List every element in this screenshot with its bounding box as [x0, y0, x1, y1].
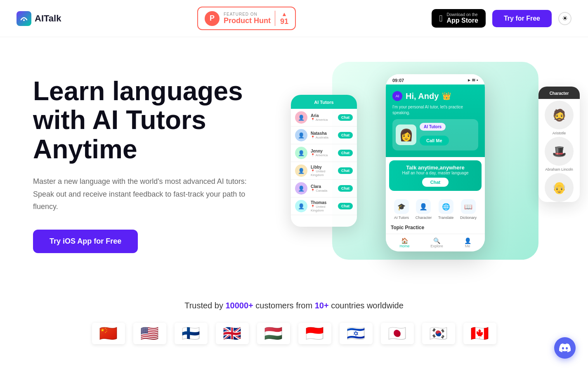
- phone-nav-tab[interactable]: 👤Me: [464, 237, 471, 248]
- phone-header: AI Hi, Andy 👑 I'm your personal AI tutor…: [386, 85, 485, 157]
- product-hunt-icon: P: [205, 11, 220, 26]
- hero-title: Learn languages with AI Tutors Anytime: [33, 77, 264, 164]
- phone-bottom-nav: 🏠Home🔍Explore👤Me: [386, 234, 485, 251]
- phone-nav-tab[interactable]: 🔍Explore: [430, 237, 443, 248]
- chat-list-item: 👤 Thomas 📍 United Kingdom Chat: [291, 197, 357, 215]
- chat-button[interactable]: Chat: [422, 178, 449, 187]
- hero-cta-button[interactable]: Try iOS App for Free: [33, 230, 138, 253]
- phone-icon-item: 📖 Dictionary: [460, 199, 477, 220]
- phone-icon-item: 🌐 Translate: [438, 199, 453, 220]
- country-flag: 🇯🇵: [381, 323, 414, 344]
- chat-list: 👤 Aria 📍 America Chat 👤 Natasha 📍 Austra…: [291, 109, 357, 215]
- logo: AITalk: [17, 11, 61, 26]
- hero-section: Learn languages with AI Tutors Anytime M…: [0, 37, 588, 284]
- trust-text: Trusted by 10000+ customers from 10+ cou…: [17, 301, 571, 310]
- logo-text: AITalk: [35, 13, 61, 24]
- country-flag: 🇫🇮: [175, 323, 208, 344]
- chat-list-item: 👤 Jenny 📍 America Chat: [291, 144, 357, 162]
- phone-logo-avatar: AI: [392, 91, 402, 101]
- product-hunt-badge[interactable]: P FEATURED ON Product Hunt ▲ 91: [197, 7, 296, 30]
- product-hunt-text: FEATURED ON Product Hunt: [224, 12, 271, 25]
- chat-list-item: 👤 Natasha 📍 Australia Chat: [291, 127, 357, 144]
- phone-icons-row: 🎓 AI Tutors 👤 Character 🌐 Translate 📖 Di…: [386, 194, 485, 225]
- navbar: AITalk P FEATURED ON Product Hunt ▲ 91 …: [0, 0, 588, 37]
- svg-point-0: [23, 19, 25, 21]
- apple-icon: : [439, 13, 442, 24]
- country-flag: 🇺🇸: [133, 323, 166, 344]
- country-flag: 🇨🇳: [92, 323, 125, 344]
- product-hunt-votes: ▲ 91: [275, 11, 288, 26]
- hero-subtitle: Master a new language with the world's m…: [33, 175, 264, 213]
- chat-list-item: 👤 Clara 📍 Canada Chat: [291, 180, 357, 197]
- discord-button[interactable]: [554, 337, 576, 357]
- nav-right:  Download on the App Store Try for Free…: [432, 9, 571, 28]
- chat-list-item: 👤 Aria 📍 America Chat: [291, 109, 357, 127]
- country-flag: 🇮🇩: [298, 323, 331, 344]
- chat-list-item: 👤 Libby 📍 United Kingdom Chat: [291, 162, 357, 180]
- phone-status-bar: 09:07 ▸ ≋ ▪: [386, 74, 485, 85]
- country-flag: 🇰🇷: [422, 323, 455, 344]
- call-me-button[interactable]: Call Me: [420, 136, 449, 146]
- appstore-button[interactable]:  Download on the App Store: [432, 9, 486, 28]
- character-item: 👴 Albert Einstein: [538, 173, 580, 202]
- phone-icon-item: 👤 Character: [416, 199, 432, 220]
- character-item: 🧔 Aristotle: [538, 101, 580, 135]
- phone-nav-tab[interactable]: 🏠Home: [399, 237, 409, 248]
- logo-icon: [17, 11, 31, 26]
- character-list: 🧔 Aristotle 🎩 Abraham Lincoln 👴 Albert E…: [538, 101, 580, 202]
- phone-right: Character 🧔 Aristotle 🎩 Abraham Lincoln …: [538, 87, 580, 202]
- flags-row: 🇨🇳🇺🇸🇫🇮🇬🇧🇭🇺🇮🇩🇮🇱🇯🇵🇰🇷🇨🇦: [17, 323, 571, 344]
- country-flag: 🇨🇦: [463, 323, 496, 344]
- theme-toggle[interactable]: ☀: [558, 12, 571, 25]
- country-flag: 🇬🇧: [216, 323, 249, 344]
- country-flag: 🇮🇱: [340, 323, 373, 344]
- trust-section: Trusted by 10000+ customers from 10+ cou…: [0, 284, 588, 357]
- chat-banner: Talk anytime,anywhere Half an hour a day…: [389, 160, 482, 191]
- phone-main: 09:07 ▸ ≋ ▪ AI Hi, Andy 👑 I'm your perso…: [386, 74, 485, 251]
- country-flag: 🇭🇺: [257, 323, 290, 344]
- phone-icon-item: 🎓 AI Tutors: [394, 199, 409, 220]
- phone-left: AI Tutors 👤 Aria 📍 America Chat 👤 Natash…: [291, 95, 357, 227]
- hero-phones: AI Tutors 👤 Aria 📍 America Chat 👤 Natash…: [316, 62, 555, 268]
- hero-content: Learn languages with AI Tutors Anytime M…: [33, 77, 264, 253]
- character-item: 🎩 Abraham Lincoln: [538, 137, 580, 171]
- try-free-button[interactable]: Try for Free: [492, 10, 552, 27]
